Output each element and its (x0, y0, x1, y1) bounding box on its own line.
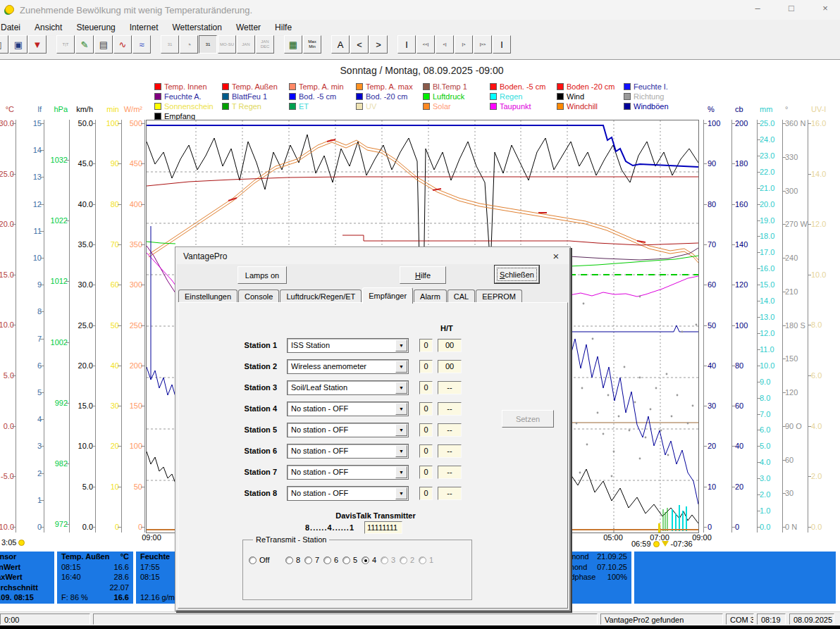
legend-color-swatch (490, 93, 497, 100)
temp-curve-button[interactable]: ∿ (113, 35, 132, 54)
station-h-field[interactable]: 0 (419, 339, 433, 352)
chevron-down-icon[interactable]: ▼ (395, 403, 407, 415)
station-h-field[interactable]: 0 (419, 444, 433, 458)
chevron-down-icon[interactable]: ▼ (395, 487, 407, 499)
fast-fwd-button[interactable]: |>> (474, 35, 492, 54)
series-windboeen (569, 339, 698, 504)
retransmit-radio-3[interactable]: 3 (381, 556, 395, 564)
tab-einstellungen[interactable]: Einstellungen (178, 289, 237, 303)
save-button[interactable]: ▣ (9, 35, 27, 54)
menu-item-internet[interactable]: Internet (123, 21, 166, 34)
max-min-button[interactable]: Max Min (303, 35, 321, 54)
station-h-field[interactable]: 0 (419, 423, 433, 437)
temp-row-time: 16:40 (61, 572, 81, 583)
chevron-down-icon[interactable]: ▼ (395, 445, 407, 457)
fast-back-button[interactable]: <<| (416, 35, 435, 54)
lamps-on-button[interactable]: Lamps on (237, 266, 287, 284)
retransmit-radio-6[interactable]: 6 (323, 556, 338, 564)
station-select[interactable]: No station - OFF▼ (287, 465, 409, 480)
station-select[interactable]: Soil/Leaf Station▼ (287, 380, 409, 395)
station-select[interactable]: No station - OFF▼ (287, 444, 409, 459)
dialog-titlebar[interactable]: VantagePro × (177, 249, 569, 264)
data-table-button[interactable]: ▦ (284, 35, 302, 54)
station-t-field[interactable]: -- (438, 423, 462, 437)
step-back-button[interactable]: <| (436, 35, 454, 54)
menu-item-steuerung[interactable]: Steuerung (69, 21, 122, 34)
station-select[interactable]: Wireless anemometer▼ (287, 359, 409, 374)
new-file-button[interactable]: ▯ (0, 35, 8, 54)
station-select[interactable]: No station - OFF▼ (287, 423, 409, 437)
chevron-down-icon[interactable]: ▼ (395, 361, 407, 373)
station-h-field[interactable]: 0 (419, 402, 433, 416)
station-h-field[interactable]: 0 (419, 466, 433, 479)
week-button[interactable]: MO-SU (218, 35, 236, 54)
station-t-field[interactable]: -- (438, 381, 462, 394)
edit-table-button[interactable]: ✎ (75, 35, 94, 54)
ht-header: H/T (440, 324, 453, 332)
tab-empf-nger[interactable]: Empfänger (362, 287, 413, 304)
station-t-field[interactable]: -- (438, 444, 462, 458)
retransmit-radio-8[interactable]: 8 (285, 556, 300, 564)
retransmit-radio-7[interactable]: 7 (304, 556, 319, 564)
chevron-down-icon[interactable]: ▼ (395, 340, 407, 351)
range-start-button[interactable]: I (397, 35, 416, 54)
station-select[interactable]: No station - OFF▼ (287, 401, 409, 416)
axis-tick (782, 224, 786, 225)
print-button[interactable]: ▤ (94, 35, 113, 54)
menu-item-datei[interactable]: Datei (0, 21, 27, 34)
axis-line (144, 120, 145, 533)
station-t-field[interactable]: -- (438, 402, 462, 416)
calendar-select-button[interactable]: 31 (161, 35, 179, 54)
font-button[interactable]: A (331, 35, 350, 54)
menu-item-hilfe[interactable]: Hilfe (268, 21, 299, 34)
clock-button[interactable]: ◔ (180, 35, 198, 54)
filter-button[interactable]: ▼ (28, 35, 47, 54)
station-h-field[interactable]: 0 (419, 360, 433, 373)
menu-item-wetter[interactable]: Wetter (229, 21, 268, 34)
step-fwd-button[interactable]: |> (455, 35, 473, 54)
station-t-field[interactable]: -- (438, 466, 462, 479)
curves-button[interactable]: ≈ (132, 35, 151, 54)
close-button[interactable]: × (817, 3, 833, 15)
retransmit-radio-off[interactable]: Off (249, 556, 269, 564)
tab-luftdruck-regen-et[interactable]: Luftdruck/Regen/ET (280, 289, 362, 303)
axis-tick-label: 14.0 (760, 297, 774, 305)
retransmit-radio-5[interactable]: 5 (342, 556, 357, 564)
davistalk-input[interactable] (364, 521, 402, 534)
station-h-field[interactable]: 0 (419, 381, 433, 394)
prev-button[interactable]: < (350, 35, 369, 54)
retransmit-radio-2[interactable]: 2 (400, 556, 414, 564)
chevron-down-icon[interactable]: ▼ (395, 466, 407, 478)
minimize-button[interactable]: – (750, 3, 765, 15)
help-button[interactable]: Hilfe (400, 266, 446, 284)
chevron-down-icon[interactable]: ▼ (395, 424, 407, 436)
range-end-button[interactable]: I (493, 35, 511, 54)
retransmit-radio-4[interactable]: 4 (362, 556, 376, 564)
close-icon[interactable]: × (550, 250, 562, 262)
axis-tick-label: 24.0 (760, 136, 774, 144)
tab-alarm[interactable]: Alarm (414, 289, 447, 303)
menu-item-ansicht[interactable]: Ansicht (27, 21, 69, 34)
tab-console[interactable]: Console (238, 289, 279, 303)
chevron-down-icon[interactable]: ▼ (395, 382, 407, 394)
year-button[interactable]: JAN DEC (256, 35, 274, 54)
station-select[interactable]: No station - OFF▼ (287, 486, 409, 501)
next-button[interactable]: > (369, 35, 388, 54)
day-button[interactable]: 31 (199, 35, 217, 54)
station-select[interactable]: ISS Station▼ (287, 338, 409, 353)
maximize-button[interactable]: □ (784, 3, 799, 15)
menu-item-wetterstation[interactable]: Wetterstation (165, 21, 228, 34)
tab-cal[interactable]: CAL (447, 289, 475, 303)
setzen-button[interactable]: Setzen (502, 410, 554, 428)
station-h-field[interactable]: 0 (419, 487, 433, 500)
retransmit-radio-1[interactable]: 1 (419, 556, 433, 564)
tab-eeprom[interactable]: EEPROM (476, 289, 522, 303)
month-button[interactable]: JAN (237, 35, 255, 54)
schliessen-button[interactable]: Schließen (495, 266, 539, 283)
text-values-button[interactable]: T|T (56, 35, 75, 54)
station-t-field[interactable]: 00 (438, 360, 462, 373)
legend-item: Feuchte I. (624, 82, 668, 91)
axis-tick (757, 446, 760, 447)
station-t-field[interactable]: -- (438, 487, 462, 500)
station-t-field[interactable]: 00 (438, 339, 462, 352)
